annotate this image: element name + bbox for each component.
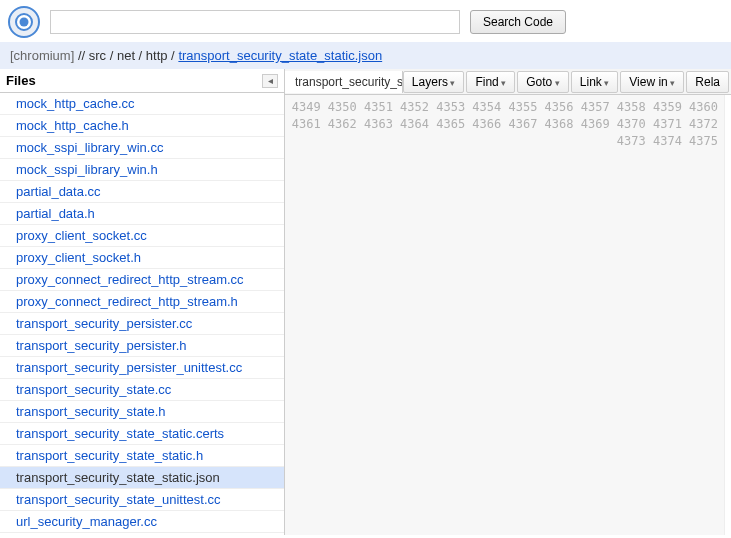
file-item[interactable]: partial_data.cc: [0, 181, 284, 203]
file-item[interactable]: transport_security_state_static.json: [0, 467, 284, 489]
sidebar: Files ◂ mock_http_cache.ccmock_http_cach…: [0, 69, 285, 535]
file-item[interactable]: mock_http_cache.h: [0, 115, 284, 137]
file-item[interactable]: mock_sspi_library_win.cc: [0, 137, 284, 159]
chromium-logo-icon: [8, 6, 40, 38]
file-list: mock_http_cache.ccmock_http_cache.hmock_…: [0, 93, 284, 535]
view-in-button[interactable]: View in: [620, 71, 684, 93]
file-item[interactable]: url_security_manager.h: [0, 533, 284, 535]
file-item[interactable]: mock_http_cache.cc: [0, 93, 284, 115]
top-bar: Search Code: [0, 0, 731, 42]
sidebar-title: Files: [6, 73, 36, 88]
goto-button[interactable]: Goto: [517, 71, 569, 93]
search-code-button[interactable]: Search Code: [470, 10, 566, 34]
layers-button[interactable]: Layers: [403, 71, 465, 93]
code-body[interactable]: { "name": "jacobhaug.com", "include_subd…: [725, 95, 731, 535]
collapse-sidebar-icon[interactable]: ◂: [262, 74, 278, 88]
breadcrumb-path[interactable]: // src / net / http /: [78, 48, 175, 63]
line-gutter: 4349 4350 4351 4352 4353 4354 4355 4356 …: [285, 95, 725, 535]
link-button[interactable]: Link: [571, 71, 619, 93]
file-item[interactable]: transport_security_state_static.h: [0, 445, 284, 467]
file-item[interactable]: mock_sspi_library_win.h: [0, 159, 284, 181]
file-item[interactable]: transport_security_persister.h: [0, 335, 284, 357]
file-item[interactable]: url_security_manager.cc: [0, 511, 284, 533]
find-button[interactable]: Find: [466, 71, 515, 93]
file-item[interactable]: transport_security_state.cc: [0, 379, 284, 401]
file-item[interactable]: transport_security_persister_unittest.cc: [0, 357, 284, 379]
editor-toolbar: Layers Find Goto Link View in Rela: [403, 71, 731, 93]
file-item[interactable]: transport_security_state.h: [0, 401, 284, 423]
breadcrumb: [chromium] // src / net / http / transpo…: [0, 42, 731, 69]
file-item[interactable]: partial_data.h: [0, 203, 284, 225]
editor-tabs: transport_security_sta Layers Find Goto …: [285, 69, 731, 95]
file-item[interactable]: proxy_connect_redirect_http_stream.cc: [0, 269, 284, 291]
breadcrumb-current-file[interactable]: transport_security_state_static.json: [178, 48, 382, 63]
code-area: 4349 4350 4351 4352 4353 4354 4355 4356 …: [285, 95, 731, 535]
file-item[interactable]: proxy_connect_redirect_http_stream.h: [0, 291, 284, 313]
search-input[interactable]: [50, 10, 460, 34]
breadcrumb-project: [chromium]: [10, 48, 74, 63]
file-item[interactable]: transport_security_persister.cc: [0, 313, 284, 335]
file-tab-active[interactable]: transport_security_sta: [285, 71, 403, 93]
related-button[interactable]: Rela: [686, 71, 729, 93]
file-item[interactable]: transport_security_state_static.certs: [0, 423, 284, 445]
file-item[interactable]: proxy_client_socket.h: [0, 247, 284, 269]
file-item[interactable]: transport_security_state_unittest.cc: [0, 489, 284, 511]
svg-point-2: [20, 18, 29, 27]
file-item[interactable]: proxy_client_socket.cc: [0, 225, 284, 247]
